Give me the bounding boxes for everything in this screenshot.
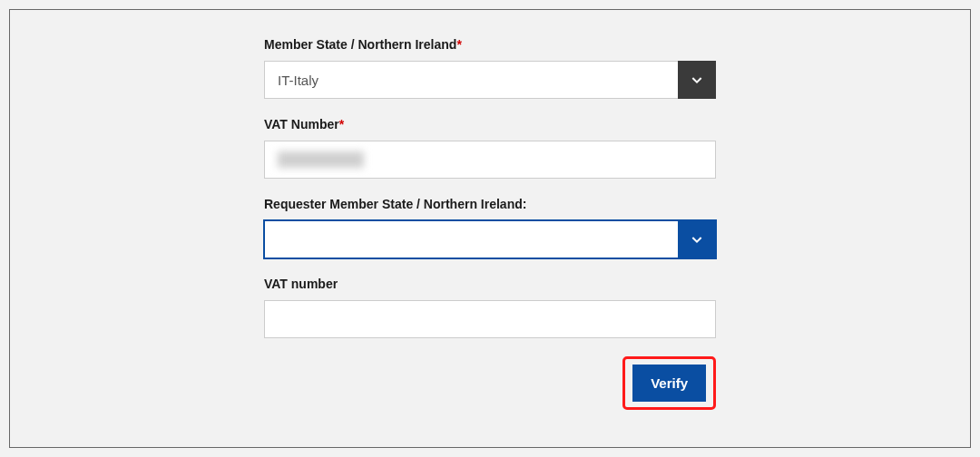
requester-state-select[interactable] <box>264 220 716 258</box>
vat-number-label: VAT Number* <box>264 117 716 131</box>
requester-vat-input[interactable] <box>264 300 716 338</box>
verify-button[interactable]: Verify <box>632 365 706 402</box>
requester-vat-field: VAT number <box>264 277 716 338</box>
verify-highlight: Verify <box>622 356 716 410</box>
member-state-select[interactable]: IT-Italy <box>264 61 716 99</box>
redacted-value <box>278 151 364 168</box>
vat-number-input[interactable] <box>264 141 716 179</box>
chevron-down-icon <box>690 232 704 247</box>
member-state-label-text: Member State / Northern Ireland <box>264 37 456 52</box>
requester-state-label: Requester Member State / Northern Irelan… <box>264 197 716 211</box>
member-state-field: Member State / Northern Ireland* IT-Ital… <box>264 37 716 99</box>
member-state-value: IT-Italy <box>264 61 678 99</box>
form-panel: Member State / Northern Ireland* IT-Ital… <box>9 9 971 448</box>
member-state-label: Member State / Northern Ireland* <box>264 37 716 52</box>
requester-state-field: Requester Member State / Northern Irelan… <box>264 197 716 258</box>
requester-vat-label: VAT number <box>264 277 716 291</box>
vat-form: Member State / Northern Ireland* IT-Ital… <box>264 37 716 410</box>
requester-state-value <box>264 220 678 258</box>
requester-state-dropdown-button[interactable] <box>678 220 716 258</box>
chevron-down-icon <box>690 73 704 87</box>
vat-number-label-text: VAT Number <box>264 117 339 131</box>
required-asterisk: * <box>456 37 461 52</box>
form-actions: Verify <box>264 356 716 410</box>
vat-number-field: VAT Number* <box>264 117 716 179</box>
required-asterisk: * <box>339 117 344 131</box>
member-state-dropdown-button[interactable] <box>678 61 716 99</box>
